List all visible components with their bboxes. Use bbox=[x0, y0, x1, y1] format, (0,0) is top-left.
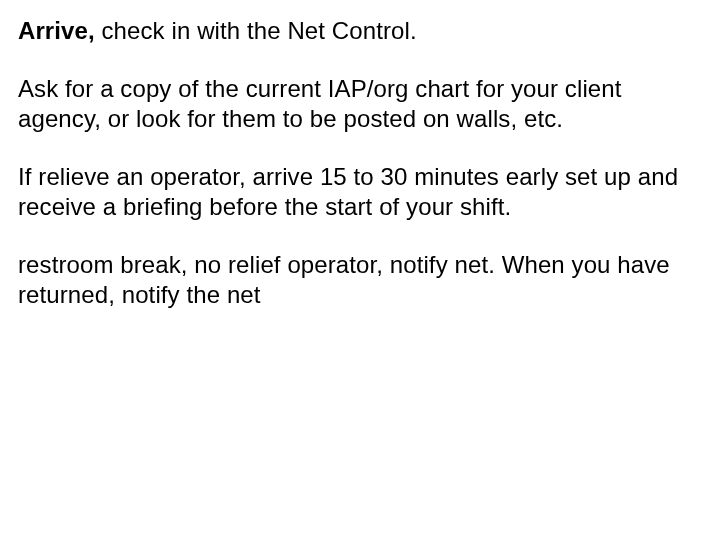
arrive-rest-text: check in with the Net Control. bbox=[95, 17, 417, 44]
arrive-lead-bold: Arrive, bbox=[18, 17, 95, 44]
paragraph-arrive: Arrive, check in with the Net Control. bbox=[18, 16, 698, 46]
paragraph-iap: Ask for a copy of the current IAP/org ch… bbox=[18, 74, 698, 134]
paragraph-restroom: restroom break, no relief operator, noti… bbox=[18, 250, 698, 310]
paragraph-relieve: If relieve an operator, arrive 15 to 30 … bbox=[18, 162, 698, 222]
document-page: Arrive, check in with the Net Control. A… bbox=[0, 0, 720, 540]
